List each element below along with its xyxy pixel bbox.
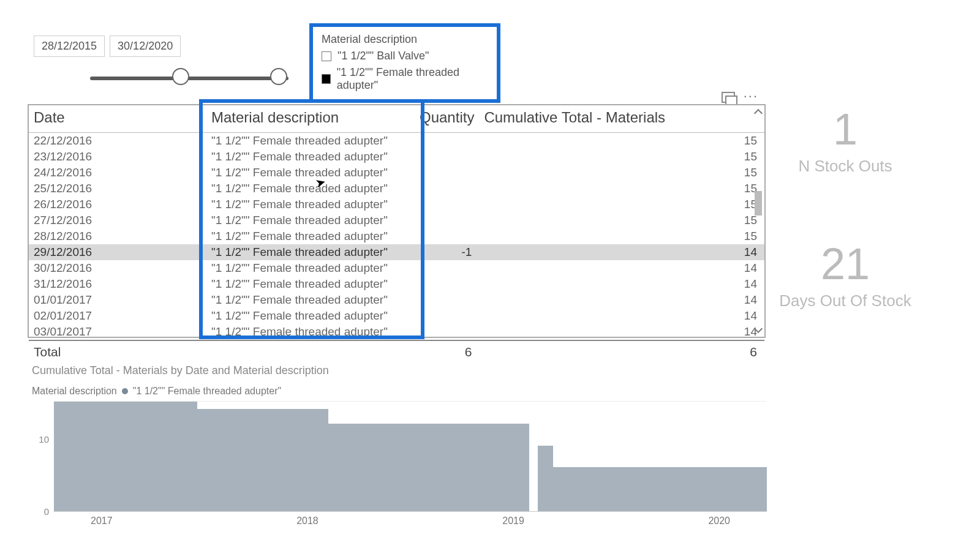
cell-cumulative: 15 xyxy=(479,197,764,212)
cell-cumulative: 14 xyxy=(479,276,764,292)
cell-quantity xyxy=(415,292,479,308)
cell-date: 31/12/2016 xyxy=(29,276,206,292)
cell-cumulative: 15 xyxy=(479,149,764,165)
cell-cumulative: 15 xyxy=(479,133,764,149)
kpi-label: Days Out Of Stock xyxy=(747,291,943,310)
cell-quantity xyxy=(415,181,479,197)
table-row[interactable]: 26/12/2016"1 1/2"" Female threaded adupt… xyxy=(29,197,764,212)
slicer-title: Material description xyxy=(322,33,488,46)
slicer-option-female-threaded-adapter[interactable]: "1 1/2"" Female threaded adupter" xyxy=(322,66,488,92)
scroll-down-icon[interactable] xyxy=(754,324,763,333)
cell-material: "1 1/2"" Female threaded adupter" xyxy=(206,133,415,149)
kpi-stock-outs: 1 N Stock Outs xyxy=(747,104,943,176)
cell-quantity xyxy=(415,276,479,292)
chart-legend: Material description "1 1/2"" Female thr… xyxy=(32,386,767,397)
chart-area-segment xyxy=(328,424,529,511)
cell-material: "1 1/2"" Female threaded adupter" xyxy=(206,324,415,340)
checkbox-checked-icon[interactable] xyxy=(322,74,331,84)
table-row[interactable]: 31/12/2016"1 1/2"" Female threaded adupt… xyxy=(29,276,764,292)
cell-quantity xyxy=(415,228,479,244)
chart-area-segment xyxy=(538,446,553,511)
cell-material: "1 1/2"" Female threaded adupter" xyxy=(206,292,415,308)
cell-material: "1 1/2"" Female threaded adupter" xyxy=(206,228,415,244)
table-row[interactable]: 28/12/2016"1 1/2"" Female threaded adupt… xyxy=(29,228,764,244)
cell-date: 25/12/2016 xyxy=(29,181,206,197)
table-total-row: Total 6 6 xyxy=(29,340,764,363)
cell-cumulative: 15 xyxy=(479,212,764,228)
total-label: Total xyxy=(29,340,206,363)
cell-quantity: -1 xyxy=(415,244,479,260)
slider-thumb-start[interactable] xyxy=(172,68,189,85)
cell-material: "1 1/2"" Female threaded adupter" xyxy=(206,276,415,292)
y-tick-0: 0 xyxy=(44,506,54,517)
cell-date: 24/12/2016 xyxy=(29,165,206,181)
kpi-value: 21 xyxy=(747,239,943,289)
cell-date: 01/01/2017 xyxy=(29,292,206,308)
cell-quantity xyxy=(415,308,479,324)
focus-mode-icon[interactable] xyxy=(722,92,735,103)
kpi-value: 1 xyxy=(747,104,943,154)
slider-line xyxy=(90,77,288,80)
cell-material: "1 1/2"" Female threaded adupter" xyxy=(206,165,415,181)
x-tick: 2017 xyxy=(91,515,113,527)
table-row[interactable]: 24/12/2016"1 1/2"" Female threaded adupt… xyxy=(29,165,764,181)
cell-quantity xyxy=(415,324,479,340)
col-material[interactable]: Material description xyxy=(206,105,415,133)
cumulative-chart-visual[interactable]: Cumulative Total - Materials by Date and… xyxy=(32,364,767,512)
cell-date: 30/12/2016 xyxy=(29,260,206,276)
cell-date: 26/12/2016 xyxy=(29,197,206,212)
cell-material: "1 1/2"" Female threaded adupter" xyxy=(206,149,415,165)
slicer-option-label: "1 1/2"" Ball Valve" xyxy=(337,50,429,62)
table-row[interactable]: 27/12/2016"1 1/2"" Female threaded adupt… xyxy=(29,212,764,228)
chart-plot-area[interactable]: 0 10 xyxy=(54,402,767,512)
col-quantity[interactable]: Quantity xyxy=(415,105,479,133)
cell-cumulative: 14 xyxy=(479,324,764,340)
cell-cumulative: 14 xyxy=(479,308,764,324)
date-start-input[interactable]: 28/12/2015 xyxy=(34,36,105,57)
cell-cumulative: 15 xyxy=(479,165,764,181)
cell-cumulative: 14 xyxy=(479,292,764,308)
cell-quantity xyxy=(415,212,479,228)
material-description-slicer[interactable]: Material description "1 1/2"" Ball Valve… xyxy=(309,23,500,103)
table-row[interactable]: 22/12/2016"1 1/2"" Female threaded adupt… xyxy=(29,133,764,149)
chart-area-segment xyxy=(54,402,197,511)
kpi-label: N Stock Outs xyxy=(747,157,943,176)
cell-material: "1 1/2"" Female threaded adupter" xyxy=(206,212,415,228)
table-row[interactable]: 02/01/2017"1 1/2"" Female threaded adupt… xyxy=(29,308,764,324)
date-range-slicer[interactable]: 28/12/2015 30/12/2020 xyxy=(34,36,279,79)
cell-material: "1 1/2"" Female threaded adupter" xyxy=(206,244,415,260)
materials-table: Date Material description Quantity Cumul… xyxy=(29,105,764,363)
table-row[interactable]: 30/12/2016"1 1/2"" Female threaded adupt… xyxy=(29,260,764,276)
table-row[interactable]: 29/12/2016"1 1/2"" Female threaded adupt… xyxy=(29,244,764,260)
cell-date: 28/12/2016 xyxy=(29,228,206,244)
col-date[interactable]: Date xyxy=(29,105,206,133)
x-tick: 2020 xyxy=(708,515,730,527)
table-row[interactable]: 03/01/2017"1 1/2"" Female threaded adupt… xyxy=(29,324,764,340)
table-row[interactable]: 01/01/2017"1 1/2"" Female threaded adupt… xyxy=(29,292,764,308)
date-end-input[interactable]: 30/12/2020 xyxy=(110,36,181,57)
table-row[interactable]: 23/12/2016"1 1/2"" Female threaded adupt… xyxy=(29,149,764,165)
x-tick: 2018 xyxy=(296,515,318,527)
cell-quantity xyxy=(415,133,479,149)
date-slider-track[interactable] xyxy=(34,74,279,79)
col-cumulative[interactable]: Cumulative Total - Materials xyxy=(479,105,764,133)
chart-area-segment xyxy=(197,409,328,511)
legend-series-name: "1 1/2"" Female threaded adupter" xyxy=(133,386,281,397)
slicer-option-label: "1 1/2"" Female threaded adupter" xyxy=(337,66,488,92)
checkbox-unchecked-icon[interactable] xyxy=(322,51,331,61)
cell-date: 03/01/2017 xyxy=(29,324,206,340)
more-options-icon[interactable]: ··· xyxy=(744,92,758,103)
slider-thumb-end[interactable] xyxy=(270,68,287,85)
cell-quantity xyxy=(415,197,479,212)
table-header-row[interactable]: Date Material description Quantity Cumul… xyxy=(29,105,764,133)
kpi-days-out-of-stock: 21 Days Out Of Stock xyxy=(747,239,943,310)
total-cumulative: 6 xyxy=(479,340,764,363)
cell-material: "1 1/2"" Female threaded adupter" xyxy=(206,260,415,276)
scroll-thumb[interactable] xyxy=(755,191,762,216)
legend-field-label: Material description xyxy=(32,386,117,397)
cell-material: "1 1/2"" Female threaded adupter" xyxy=(206,197,415,212)
cell-quantity xyxy=(415,149,479,165)
table-row[interactable]: 25/12/2016"1 1/2"" Female threaded adupt… xyxy=(29,181,764,197)
slicer-option-ball-valve[interactable]: "1 1/2"" Ball Valve" xyxy=(322,50,488,62)
materials-table-visual[interactable]: Date Material description Quantity Cumul… xyxy=(28,104,766,338)
